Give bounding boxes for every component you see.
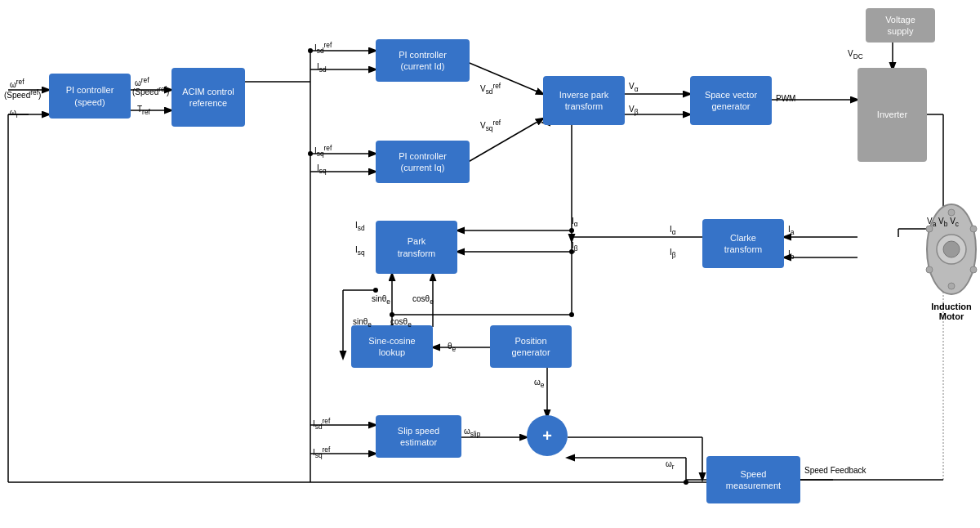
isq-ref-label: Isqref — [314, 144, 332, 158]
pi-iq-block: PI controller(current Iq) — [376, 141, 470, 183]
plus-block: + — [527, 415, 568, 456]
park-block: Parktransform — [376, 221, 457, 274]
vdc-label: VDC — [848, 49, 863, 60]
speed-feedback-label: Speed Feedback — [804, 466, 866, 475]
motor-label: InductionMotor — [923, 302, 980, 321]
inverse-park-block: Inverse parktransform — [543, 76, 625, 125]
isd-label: Isd — [317, 62, 327, 74]
svg-point-65 — [943, 241, 960, 257]
speed-measurement-block: Speedmeasurement — [706, 456, 800, 503]
diagram-container: PI controller (speed) ACIM control refer… — [0, 0, 980, 528]
svg-line-11 — [466, 119, 543, 163]
vsd-ref-label: Vsdref — [480, 82, 501, 96]
pi-speed-block: PI controller (speed) — [49, 74, 131, 119]
speed-ref-label: (Speedref) — [4, 88, 41, 100]
speed-ref2-label: (Speedref) — [132, 85, 169, 96]
isd-ref-slip-label: Isdref — [313, 417, 330, 431]
clarke-block: Clarketransform — [702, 219, 784, 268]
pi-id-block: PI controller(current Id) — [376, 39, 470, 82]
svg-point-54 — [569, 228, 574, 233]
svgen-block: Space vectorgenerator — [690, 76, 772, 125]
voltage-supply-block: Voltagesupply — [866, 8, 935, 43]
position-gen-block: Positiongenerator — [490, 325, 572, 368]
ia-label: Ia — [788, 225, 794, 236]
va-vb-vc-label: Va Vb Vc — [927, 217, 959, 228]
svg-point-70 — [970, 226, 977, 232]
svg-point-56 — [684, 480, 688, 485]
isq-label: Isq — [317, 163, 327, 175]
vsq-ref-label: Vsqref — [480, 119, 501, 132]
isq-park-label: Isq — [355, 245, 365, 257]
svg-line-10 — [466, 61, 543, 94]
sin-theta-label: sinθe — [372, 294, 390, 306]
i-alpha-clarke-label: Iα — [670, 225, 676, 236]
tref-label: Tref — [137, 105, 150, 116]
v-beta-label: Vβ — [629, 105, 638, 116]
cos-theta-label: cosθe — [412, 294, 434, 306]
isd-ref-label: Isdref — [314, 41, 332, 55]
omega-r-label: ωr — [10, 108, 19, 119]
i-beta-clarke-label: Iβ — [670, 248, 676, 259]
i-alpha-top-label: Iα — [572, 217, 578, 228]
motor-svg — [923, 200, 980, 298]
theta-e-label: θe — [448, 342, 456, 353]
v-alpha-label: Vα — [629, 82, 639, 93]
sine-cosine-block: Sine-cosinelookup — [351, 325, 433, 368]
svg-point-71 — [970, 266, 977, 273]
svg-point-67 — [948, 283, 955, 289]
acim-block: ACIM control reference — [172, 68, 245, 127]
svg-point-52 — [308, 48, 313, 53]
svg-point-69 — [926, 266, 933, 273]
svg-point-53 — [308, 151, 313, 156]
pwm-label: PWM — [776, 94, 795, 103]
omega-e-label: ωe — [534, 378, 544, 389]
svg-point-66 — [948, 209, 955, 216]
svg-point-62 — [373, 288, 378, 293]
svg-point-59 — [569, 312, 574, 317]
isq-ref-slip-label: Isqref — [313, 445, 330, 459]
i-beta-top-label: Iβ — [572, 241, 578, 253]
isd-park-label: Isd — [355, 221, 365, 232]
ib-label: Ib — [788, 249, 794, 261]
cos-theta2-label: cosθe — [390, 317, 412, 329]
inverter-block: Inverter — [858, 68, 927, 162]
sin-theta2-label: sinθe — [353, 317, 372, 329]
omega-r2-label: ωr — [666, 459, 675, 471]
omega-slip-label: ωslip — [464, 427, 480, 438]
slip-estimator-block: Slip speedestimator — [376, 415, 461, 458]
